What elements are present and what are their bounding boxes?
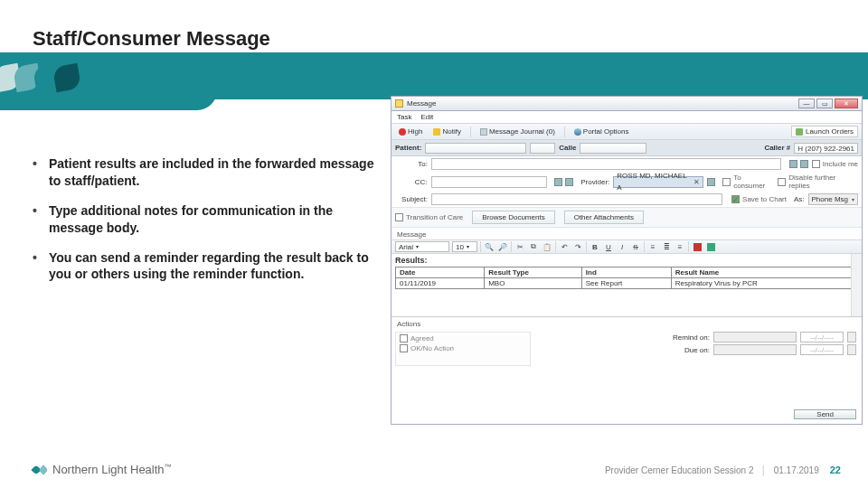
zoom-out-icon[interactable]: 🔎 (497, 241, 508, 252)
disable-replies-checkbox[interactable] (778, 178, 786, 186)
align-center-icon[interactable]: ≣ (661, 241, 672, 252)
transition-checkbox[interactable] (395, 213, 403, 221)
footer-separator: │ (760, 465, 766, 475)
due-on-date[interactable]: --/--/---- (800, 344, 844, 355)
to-field[interactable] (431, 158, 781, 170)
provider-search-icon[interactable] (707, 178, 715, 186)
ok-no-action-checkbox[interactable] (400, 344, 408, 352)
actions-section-label: Actions (392, 317, 862, 329)
patient-label: Patient: (395, 144, 421, 152)
actions-checklist: Agreed OK/No Action (395, 332, 531, 366)
include-me-option[interactable]: Include me (812, 160, 858, 168)
bullet-item: You can send a reminder regarding the re… (33, 249, 385, 284)
transition-of-care-option[interactable]: Transition of Care (395, 213, 463, 221)
col-date: Date (396, 267, 485, 278)
ok-no-action-option[interactable]: OK/No Action (400, 344, 526, 352)
due-on-stepper[interactable] (847, 344, 856, 355)
other-attachments-button[interactable]: Other Attachments (564, 211, 644, 224)
cell-type: MBO (485, 278, 582, 289)
launch-orders-button[interactable]: Launch Orders (791, 126, 858, 137)
include-me-checkbox[interactable] (812, 160, 820, 168)
cell-name: Respiratory Virus by PCR (671, 278, 852, 289)
cc-field[interactable] (431, 176, 547, 188)
patient-bar: Patient: Calle Caller # H (207) 922-2961 (392, 140, 862, 156)
logo-mark-icon (33, 463, 47, 477)
subject-row: Subject: ✓Save to Chart As: Phone Msg (392, 192, 862, 207)
addressbook-icon[interactable] (789, 160, 797, 168)
paste-icon[interactable]: 📋 (542, 241, 552, 252)
align-left-icon[interactable]: ≡ (647, 241, 658, 252)
redo-icon[interactable]: ↷ (572, 241, 583, 252)
remind-on-date[interactable]: --/--/---- (800, 332, 844, 343)
send-bar: Send (794, 408, 856, 421)
brand-name: Northern Light Health™ (52, 463, 172, 476)
caller-number-label: Caller # (764, 144, 790, 152)
provider-label: Provider: (580, 178, 609, 186)
addressbook-icon[interactable] (554, 178, 562, 186)
font-color-icon[interactable] (692, 241, 703, 252)
to-consumer-checkbox[interactable] (722, 178, 731, 186)
window-titlebar: Message — ▭ ✕ (392, 97, 862, 111)
agreed-option[interactable]: Agreed (400, 334, 526, 343)
search-icon[interactable] (800, 160, 808, 168)
caller-number-value[interactable]: H (207) 922-2961 (794, 143, 858, 154)
due-on-label: Due on: (660, 346, 710, 354)
underline-button[interactable]: U (603, 241, 614, 252)
subject-field[interactable] (431, 193, 722, 205)
close-button[interactable]: ✕ (835, 99, 858, 108)
remind-on-label: Remind on: (660, 333, 710, 342)
undo-icon[interactable]: ↶ (559, 241, 570, 252)
col-ind: Ind (581, 267, 671, 278)
bullet-item: Patient results are included in the forw… (33, 155, 385, 190)
notify-button[interactable]: Notify (429, 127, 464, 136)
font-select[interactable]: Arial (395, 241, 449, 252)
agreed-checkbox[interactable] (400, 334, 408, 343)
menu-task[interactable]: Task (397, 113, 411, 121)
caller-field[interactable] (580, 143, 646, 154)
due-on-row: Due on: --/--/---- (660, 344, 856, 355)
search-icon[interactable] (565, 178, 573, 186)
zoom-in-icon[interactable]: 🔍 (484, 241, 495, 252)
high-priority-button[interactable]: High (395, 127, 426, 136)
provider-chip[interactable]: ROSS MD, MICHAEL A✕ (613, 176, 703, 188)
patient-name-field[interactable] (425, 143, 526, 154)
minimize-button[interactable]: — (798, 99, 815, 108)
footer-date: 01.17.2019 (774, 465, 819, 475)
align-right-icon[interactable]: ≡ (675, 241, 685, 252)
save-to-chart-checkbox[interactable]: ✓ (731, 195, 740, 203)
table-row: 01/11/2019 MBO See Report Respiratory Vi… (396, 278, 853, 289)
results-table: Date Result Type Ind Result Name 01/11/2… (395, 267, 853, 289)
browse-documents-button[interactable]: Browse Documents (472, 211, 554, 224)
cell-date: 01/11/2019 (396, 278, 485, 289)
menu-edit[interactable]: Edit (420, 113, 433, 121)
message-body-editor[interactable]: Results: Date Result Type Ind Result Nam… (392, 254, 862, 317)
to-consumer-option[interactable]: To consumer (722, 174, 774, 190)
journal-icon (480, 128, 487, 136)
italic-button[interactable]: I (617, 241, 627, 252)
size-select[interactable]: 10 (452, 241, 477, 252)
editor-toolbar: Arial 10 🔍 🔎 ✂ ⧉ 📋 ↶ ↷ B U I S ≡ ≣ ≡ (392, 239, 862, 254)
disable-replies-option[interactable]: Disable further replies (778, 174, 858, 190)
send-button[interactable]: Send (794, 409, 856, 419)
cut-icon[interactable]: ✂ (514, 241, 525, 252)
save-as-select[interactable]: Phone Msg (808, 193, 858, 205)
copy-icon[interactable]: ⧉ (528, 241, 539, 252)
remove-provider-icon[interactable]: ✕ (693, 176, 700, 188)
patient-search-button[interactable] (530, 143, 555, 154)
bold-button[interactable]: B (590, 241, 600, 252)
footer-course: Provider Cerner Education Session 2 (605, 465, 754, 475)
maximize-button[interactable]: ▭ (816, 99, 833, 108)
strike-button[interactable]: S (630, 241, 641, 252)
portal-options-button[interactable]: Portal Options (571, 127, 633, 136)
highlight-icon[interactable] (705, 241, 716, 252)
save-to-chart-option[interactable]: ✓Save to Chart (731, 195, 787, 203)
remind-on-select[interactable] (713, 332, 797, 343)
due-on-select[interactable] (713, 344, 797, 355)
menu-bar: Task Edit (392, 111, 862, 124)
page-number: 22 (830, 465, 841, 475)
message-journal-button[interactable]: Message Journal (0) (476, 127, 559, 136)
editor-scrollbar[interactable] (851, 254, 862, 316)
remind-on-stepper[interactable] (847, 332, 856, 343)
bullet-item: Type additional notes for communication … (33, 202, 385, 237)
actions-area: Agreed OK/No Action Remind on: --/--/---… (392, 329, 862, 366)
